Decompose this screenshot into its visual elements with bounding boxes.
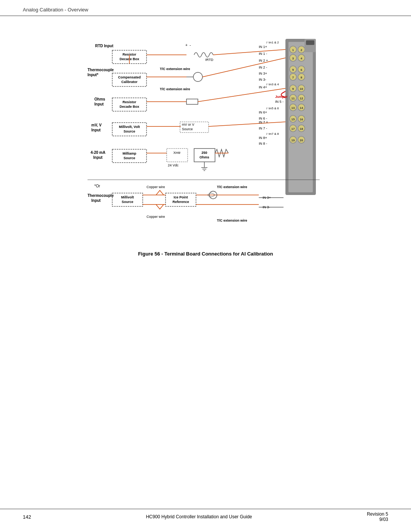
svg-text:9: 9	[292, 87, 294, 91]
page-footer: 142 HC900 Hybrid Controller Installation…	[0, 509, 411, 524]
svg-text:IN 3+: IN 3+	[259, 72, 267, 75]
svg-text:Ohms: Ohms	[94, 97, 105, 101]
svg-text:IRTD: IRTD	[206, 58, 213, 62]
svg-text:+: +	[185, 43, 188, 47]
svg-text:Source: Source	[182, 127, 193, 131]
svg-text:Input: Input	[93, 155, 103, 160]
page-container: Analog Calibration - Overview 1	[0, 0, 411, 532]
svg-text:Millivolt, Volt: Millivolt, Volt	[119, 125, 140, 129]
svg-text:T/C extension wire: T/C extension wire	[160, 87, 190, 91]
svg-text:IN 3-: IN 3-	[259, 78, 266, 81]
svg-text:3: 3	[292, 57, 294, 60]
svg-text:IN 1+: IN 1+	[259, 45, 267, 49]
svg-line-83	[198, 88, 285, 102]
svg-text:Decade Box: Decade Box	[119, 105, 139, 109]
svg-text:IN 7 -: IN 7 -	[259, 126, 267, 130]
svg-text:6: 6	[301, 68, 303, 72]
svg-text:tm: tm	[269, 107, 272, 110]
figure-caption: Figure 56 - Terminal Board Connections f…	[138, 251, 273, 257]
svg-text:IN 2 +: IN 2 +	[259, 59, 268, 62]
main-content: 1 2 3 4 5 6 7 8	[0, 16, 411, 260]
svg-text:Millivolt: Millivolt	[121, 195, 134, 199]
rtd-input-label: RTD Input	[95, 44, 113, 48]
footer-right-text: Revision 5 9/03	[367, 511, 388, 522]
svg-text:Thermocouple: Thermocouple	[88, 193, 114, 198]
svg-text:4: 4	[301, 57, 303, 60]
svg-text:Calibrator: Calibrator	[121, 80, 138, 84]
svg-text:Input: Input	[94, 102, 104, 106]
svg-text:IN 6 -: IN 6 -	[259, 117, 267, 120]
svg-text:-: -	[190, 43, 191, 47]
svg-text:Resistor: Resistor	[123, 100, 137, 104]
svg-text:Milliamp: Milliamp	[123, 152, 137, 155]
svg-point-66	[193, 72, 202, 81]
svg-text:4-20 mA: 4-20 mA	[91, 150, 105, 155]
svg-text:1: 1	[292, 48, 294, 52]
svg-text:*Or: *Or	[94, 184, 100, 188]
svg-text:I: I	[266, 107, 268, 110]
svg-text:Source: Source	[124, 156, 135, 160]
svg-text:14: 14	[300, 106, 303, 110]
svg-text:IN 2 -: IN 2 -	[259, 66, 267, 69]
page-header: Analog Calibration - Overview	[0, 0, 411, 16]
diagram-svg: 1 2 3 4 5 6 7 8	[68, 27, 342, 244]
svg-line-68	[202, 58, 285, 77]
svg-text:IN 7 +: IN 7 +	[259, 120, 268, 124]
svg-text:Ohms: Ohms	[199, 155, 209, 159]
svg-text:13: 13	[292, 106, 295, 110]
svg-text:5 & 6: 5 & 6	[272, 107, 279, 110]
svg-text:17: 17	[292, 127, 295, 131]
diagram-svg-wrapper: 1 2 3 4 5 6 7 8	[68, 27, 342, 246]
svg-text:250: 250	[201, 151, 207, 155]
svg-rect-43	[306, 40, 314, 45]
svg-text:11: 11	[292, 97, 295, 100]
svg-text:IN 6+: IN 6+	[259, 110, 267, 114]
svg-rect-82	[186, 99, 198, 104]
svg-text:Source: Source	[124, 129, 135, 133]
svg-text:12: 12	[300, 97, 303, 100]
svg-text:I: I	[266, 132, 268, 136]
svg-text:T/C extension wire: T/C extension wire	[217, 185, 247, 189]
svg-text:Copper wire: Copper wire	[147, 185, 165, 189]
svg-text:IN 1 -: IN 1 -	[259, 52, 267, 56]
svg-text:Xmtr: Xmtr	[174, 151, 181, 155]
footer-page-number: 142	[23, 514, 31, 520]
svg-text:15: 15	[292, 118, 295, 121]
svg-line-51	[213, 50, 285, 55]
svg-text:18: 18	[300, 127, 303, 131]
svg-text:Source: Source	[122, 200, 134, 204]
svg-text:Copper wire: Copper wire	[147, 215, 165, 219]
svg-text:16: 16	[300, 118, 303, 121]
svg-text:tm: tm	[269, 83, 272, 86]
svg-text:IN 5 -: IN 5 -	[275, 100, 284, 104]
svg-text:IN 4+: IN 4+	[259, 85, 267, 89]
svg-text:T/C extension wire: T/C extension wire	[217, 219, 247, 222]
svg-text:2: 2	[301, 48, 303, 52]
svg-text:tm: tm	[269, 41, 272, 44]
svg-text:I: I	[266, 41, 268, 44]
header-title: Analog Calibration - Overview	[23, 7, 88, 13]
svg-text:Compensated: Compensated	[118, 75, 141, 79]
svg-text:5: 5	[292, 68, 294, 72]
svg-text:20: 20	[300, 139, 303, 142]
svg-line-101	[209, 122, 285, 126]
svg-text:3 & 4: 3 & 4	[272, 83, 279, 86]
svg-text:7 & 8: 7 & 8	[272, 132, 279, 136]
svg-text:tm: tm	[269, 133, 272, 135]
svg-text:Input: Input	[91, 198, 101, 203]
svg-text:Ice Point: Ice Point	[174, 195, 188, 199]
svg-text:IN 8 -: IN 8 -	[259, 142, 267, 145]
svg-text:7: 7	[292, 76, 294, 79]
svg-text:T/C extension wire: T/C extension wire	[160, 67, 190, 71]
svg-text:Input*: Input*	[88, 73, 98, 77]
diagram-container: 1 2 3 4 5 6 7 8	[23, 24, 388, 260]
svg-text:mV or V: mV or V	[182, 123, 194, 126]
svg-text:Reference: Reference	[172, 200, 189, 204]
svg-text:19: 19	[292, 139, 295, 142]
svg-text:Thermocouple: Thermocouple	[88, 68, 114, 72]
svg-text:IN 8+: IN 8+	[259, 136, 267, 140]
svg-text:8: 8	[301, 76, 303, 79]
svg-text:24 Vdc: 24 Vdc	[168, 163, 179, 167]
svg-text:Input: Input	[91, 128, 101, 132]
svg-text:1 & 2: 1 & 2	[272, 41, 279, 44]
